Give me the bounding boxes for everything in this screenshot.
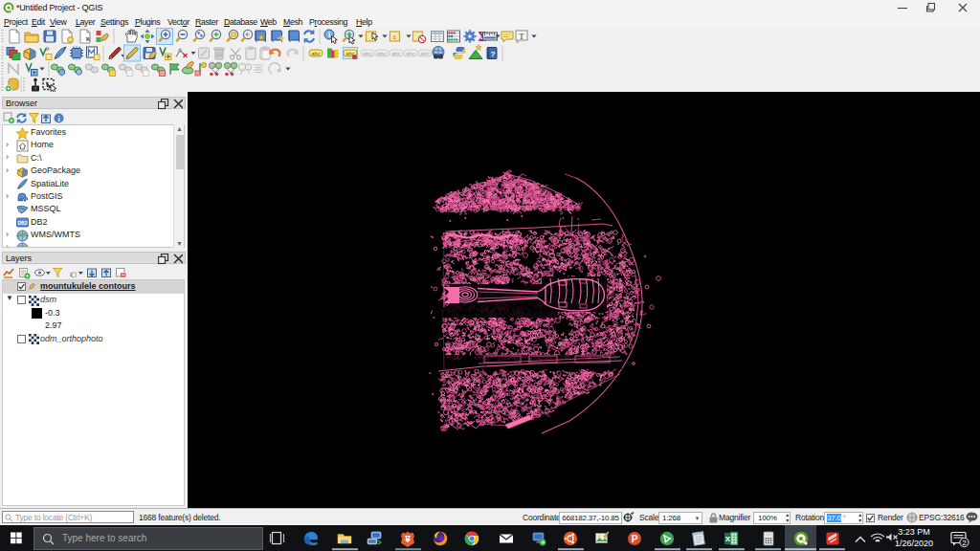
svg-text:abc: abc — [377, 51, 387, 56]
svg-text:X: X — [725, 535, 731, 543]
svg-text:DB2: DB2 — [17, 220, 27, 226]
svg-text:abc: abc — [363, 51, 372, 56]
svg-text:2: 2 — [962, 539, 966, 547]
svg-text:abc: abc — [420, 51, 430, 56]
svg-text:abc: abc — [311, 51, 321, 56]
svg-text:?: ? — [491, 50, 496, 58]
svg-text:T: T — [519, 32, 524, 41]
svg-text:abc: abc — [391, 51, 401, 56]
svg-text:P: P — [632, 534, 638, 544]
svg-text:abc: abc — [406, 51, 415, 56]
